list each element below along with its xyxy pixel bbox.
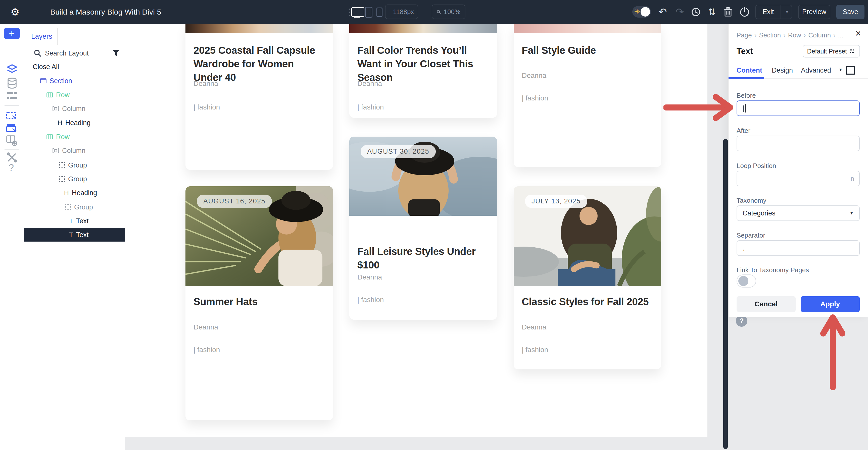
post-title[interactable]: Summer Hats — [193, 295, 325, 309]
post-date-badge[interactable]: AUGUST 16, 2025 — [197, 195, 272, 208]
swap-order-icon[interactable]: ⇅ — [708, 0, 716, 24]
desktop-view-icon[interactable] — [351, 7, 364, 17]
power-exit-icon[interactable] — [740, 7, 749, 17]
post-author[interactable]: Deanna — [193, 323, 218, 331]
blog-card[interactable]: AUGUST 16, 2025 Summer Hats Deanna | fas… — [185, 186, 333, 420]
exit-button[interactable]: Exit ▼ — [755, 5, 792, 19]
post-title[interactable]: Fall Leisure Styles Under $100 — [358, 245, 489, 272]
loop-position-input[interactable]: n — [737, 171, 860, 186]
undo-icon[interactable]: ↶ — [658, 0, 667, 24]
layers-tree-item-column[interactable]: Column — [24, 102, 125, 116]
blog-card[interactable]: AUGUST 30, 2025 Fall Leisure Styles Unde… — [349, 137, 497, 320]
post-author[interactable]: Deanna — [522, 71, 546, 79]
tab-design[interactable]: Design — [772, 67, 793, 74]
layers-tree-item-heading[interactable]: H Heading — [24, 186, 125, 200]
post-category[interactable]: | fashion — [358, 103, 384, 111]
preview-button[interactable]: Preview — [798, 5, 830, 19]
tablet-view-icon[interactable] — [365, 7, 372, 18]
tabs-caret-icon[interactable]: ▼ — [839, 68, 843, 72]
search-input[interactable] — [44, 47, 103, 59]
layers-tree-item-text[interactable]: T Text — [24, 214, 125, 228]
apply-button[interactable]: Apply — [801, 296, 860, 312]
toggle-knob — [641, 7, 650, 17]
post-date-badge[interactable]: AUGUST 30, 2025 — [361, 145, 436, 158]
save-button[interactable]: Save — [836, 5, 865, 19]
breadcrumb-item[interactable]: Page — [737, 31, 752, 39]
list-settings-icon[interactable] — [7, 92, 17, 101]
post-category[interactable]: | fashion — [522, 346, 548, 354]
responsive-desktop-icon[interactable] — [846, 66, 855, 74]
post-title[interactable]: 2025 Coastal Fall Capsule Wardrobe for W… — [193, 43, 325, 84]
separator-input[interactable]: , — [737, 240, 860, 256]
text-cursor — [745, 104, 746, 112]
filter-funnel-icon[interactable] — [112, 50, 120, 57]
blog-card[interactable]: JULY 13, 2025 Classic Styles for Fall 20… — [514, 186, 661, 369]
layers-tree-item-group[interactable]: Group — [24, 158, 125, 172]
taxonomy-select[interactable]: Categories ▼ — [737, 205, 860, 221]
canvas-scrollbar[interactable] — [723, 139, 728, 449]
post-category[interactable]: | fashion — [193, 346, 220, 354]
post-title[interactable]: Fall Color Trends You’ll Want in Your Cl… — [358, 43, 489, 84]
post-author[interactable]: Deanna — [522, 323, 546, 331]
layers-tree-item-row[interactable]: Row — [24, 130, 125, 143]
canvas-zoom-control[interactable]: 100% — [432, 4, 465, 19]
layers-tree-item-heading[interactable]: H Heading — [24, 116, 125, 130]
post-title[interactable]: Fall Style Guide — [522, 43, 653, 57]
layers-tab[interactable]: Layers — [26, 28, 58, 45]
apply-label: Apply — [820, 300, 840, 308]
insert-module-icon[interactable] — [6, 110, 17, 121]
database-icon[interactable] — [7, 77, 17, 89]
phone-view-icon[interactable] — [376, 7, 382, 17]
layers-panel-icon[interactable] — [6, 64, 18, 74]
breadcrumb-item[interactable]: Row — [788, 31, 801, 39]
cancel-button[interactable]: Cancel — [737, 296, 796, 312]
layers-tree-item-column[interactable]: Column — [24, 144, 125, 157]
exit-caret-icon[interactable]: ▼ — [785, 10, 789, 14]
post-author[interactable]: Deanna — [193, 79, 218, 88]
layers-close-all[interactable]: Close All — [24, 60, 125, 73]
settings-gear-icon[interactable]: ⚙ — [10, 0, 20, 24]
insert-layout-icon[interactable] — [6, 123, 17, 133]
module-settings-panel: Page › Section › Row › Column › ... × Te… — [728, 24, 868, 317]
post-category[interactable]: | fashion — [193, 103, 220, 111]
tab-content[interactable]: Content — [737, 67, 762, 74]
layers-tree-item-section[interactable]: Section — [24, 74, 125, 88]
post-date-badge[interactable]: JULY 13, 2025 — [525, 195, 587, 208]
preview-label: Preview — [802, 8, 826, 16]
canvas-width-control[interactable]: 1188px — [385, 4, 418, 19]
tools-wrench-icon[interactable] — [7, 153, 17, 162]
blog-card[interactable]: Fall Style Guide Deanna | fashion — [514, 24, 661, 167]
layers-tree-item-group[interactable]: Group — [24, 200, 125, 214]
default-preset-button[interactable]: Default Preset — [803, 45, 860, 58]
post-image[interactable] — [185, 24, 333, 33]
help-question-icon[interactable]: ? — [8, 162, 14, 173]
blog-card[interactable]: 2025 Coastal Fall Capsule Wardrobe for W… — [185, 24, 333, 170]
tab-advanced[interactable]: Advanced — [801, 67, 831, 74]
trash-icon[interactable] — [724, 7, 732, 17]
redo-icon[interactable]: ↷ — [676, 0, 684, 24]
breadcrumb-item[interactable]: Column — [808, 31, 831, 39]
layers-tree-item-text-selected[interactable]: T Text — [24, 228, 125, 242]
layers-tree-item-group[interactable]: Group — [24, 172, 125, 186]
post-image[interactable] — [349, 24, 497, 33]
link-to-taxonomy-toggle[interactable] — [737, 275, 756, 288]
breadcrumb-ellipsis[interactable]: ... — [838, 31, 844, 39]
close-icon[interactable]: × — [856, 28, 861, 38]
add-module-button[interactable]: + — [4, 28, 20, 39]
before-input[interactable]: | — [737, 100, 860, 116]
post-category[interactable]: | fashion — [522, 94, 548, 102]
builder-mode-toggle[interactable]: ☀ — [632, 6, 651, 18]
post-category[interactable]: | fashion — [358, 296, 384, 304]
post-image[interactable] — [514, 24, 661, 33]
blog-card[interactable]: Fall Color Trends You’ll Want in Your Cl… — [349, 24, 497, 118]
sun-icon: ☀ — [634, 7, 640, 16]
window-preview-icon[interactable] — [6, 135, 18, 146]
post-author[interactable]: Deanna — [358, 79, 382, 88]
after-input[interactable] — [737, 136, 860, 151]
history-clock-icon[interactable] — [691, 7, 701, 17]
post-title[interactable]: Classic Styles for Fall 2025 — [522, 295, 653, 309]
post-author[interactable]: Deanna — [358, 273, 382, 281]
layers-tree-item-row[interactable]: Row — [24, 88, 125, 102]
left-icon-rail: + ? — [0, 24, 24, 450]
breadcrumb-item[interactable]: Section — [759, 31, 781, 39]
